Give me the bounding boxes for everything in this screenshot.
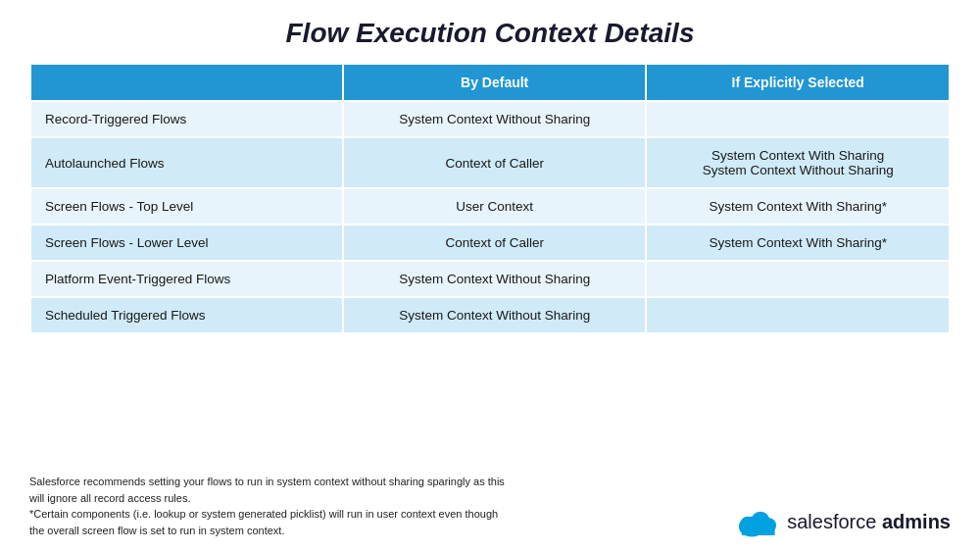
- row-label: Screen Flows - Lower Level: [30, 225, 343, 261]
- page-wrapper: Flow Execution Context Details By Defaul…: [0, 0, 980, 552]
- footer-line3: *Certain components (i.e. lookup or syst…: [29, 508, 498, 520]
- row-default: System Context Without Sharing: [343, 101, 647, 137]
- row-default: User Context: [343, 188, 647, 225]
- table-row: Screen Flows - Lower LevelContext of Cal…: [30, 225, 950, 261]
- footer-line2: will ignore all record access rules.: [29, 492, 190, 504]
- footer-line4: the overall screen flow is set to run in…: [29, 525, 284, 536]
- table-row: Platform Event-Triggered FlowsSystem Con…: [30, 261, 950, 297]
- table-row: Scheduled Triggered FlowsSystem Context …: [30, 297, 950, 333]
- col-header-default: By Default: [343, 64, 647, 101]
- row-label: Record-Triggered Flows: [30, 101, 343, 137]
- main-table: By Default If Explicitly Selected Record…: [29, 63, 951, 334]
- brand-name: salesforce admins: [787, 511, 951, 533]
- col-header-empty: [30, 64, 343, 101]
- brand-logo: salesforce admins: [736, 505, 951, 538]
- row-default: System Context Without Sharing: [343, 261, 647, 297]
- footer-line1: Salesforce recommends setting your flows…: [29, 476, 505, 487]
- salesforce-cloud-icon: [736, 505, 779, 538]
- table-container: By Default If Explicitly Selected Record…: [29, 63, 951, 464]
- table-row: Autolaunched FlowsContext of CallerSyste…: [30, 137, 950, 188]
- row-label: Screen Flows - Top Level: [30, 188, 343, 225]
- svg-rect-4: [742, 526, 775, 535]
- row-default: Context of Caller: [343, 225, 647, 261]
- footer-text: Salesforce recommends setting your flows…: [29, 474, 505, 538]
- row-label: Autolaunched Flows: [30, 137, 343, 188]
- table-row: Record-Triggered FlowsSystem Context Wit…: [30, 101, 950, 137]
- row-explicit: [646, 297, 950, 333]
- row-label: Scheduled Triggered Flows: [30, 297, 343, 333]
- page-title: Flow Execution Context Details: [29, 18, 951, 49]
- table-row: Screen Flows - Top LevelUser ContextSyst…: [30, 188, 950, 225]
- row-explicit: [646, 101, 950, 137]
- footer: Salesforce recommends setting your flows…: [29, 474, 951, 538]
- col-header-explicit: If Explicitly Selected: [646, 64, 950, 101]
- row-explicit: [646, 261, 950, 297]
- row-explicit: System Context With SharingSystem Contex…: [646, 137, 950, 188]
- row-label: Platform Event-Triggered Flows: [30, 261, 343, 297]
- row-explicit: System Context With Sharing*: [646, 188, 950, 225]
- row-explicit: System Context With Sharing*: [646, 225, 950, 261]
- row-default: System Context Without Sharing: [343, 297, 647, 333]
- row-default: Context of Caller: [343, 137, 647, 188]
